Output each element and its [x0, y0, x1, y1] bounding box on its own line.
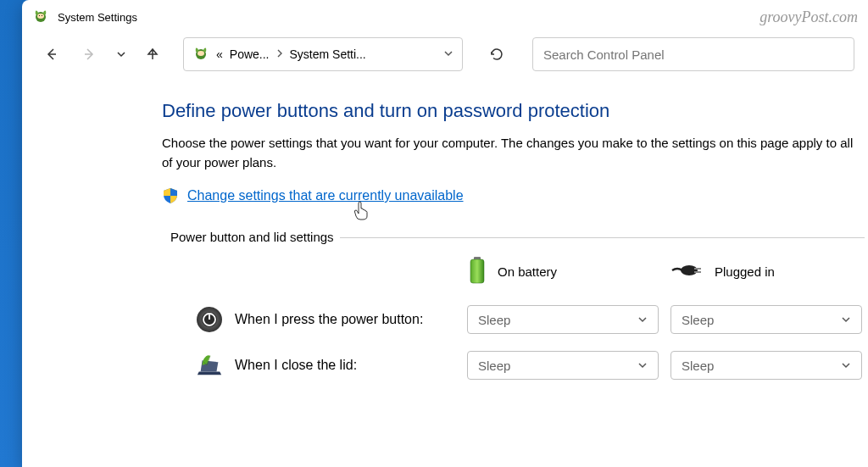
svg-rect-9 [470, 259, 484, 283]
chevron-down-icon [841, 360, 851, 370]
plugged-label: Plugged in [715, 264, 775, 279]
battery-icon [467, 255, 487, 288]
svg-point-7 [198, 51, 204, 56]
section-divider [340, 237, 865, 238]
svg-point-10 [681, 265, 698, 275]
power-button-row-label: When I press the power button: [162, 306, 467, 333]
close-lid-text: When I close the lid: [235, 358, 357, 373]
power-button-icon [196, 306, 223, 333]
svg-point-2 [39, 15, 40, 16]
breadcrumb[interactable]: « Powe... System Setti... [183, 37, 463, 71]
battery-label: On battery [498, 264, 557, 279]
change-settings-row: Change settings that are currently unava… [162, 187, 868, 204]
breadcrumb-item-1[interactable]: Powe... [230, 47, 270, 61]
breadcrumb-icon [192, 44, 209, 64]
dropdown-value: Sleep [478, 359, 510, 373]
close-lid-battery-dropdown[interactable]: Sleep [467, 351, 659, 380]
dropdown-value: Sleep [682, 359, 714, 373]
chevron-down-icon [637, 314, 648, 325]
power-button-battery-dropdown[interactable]: Sleep [467, 305, 659, 334]
history-dropdown[interactable] [114, 39, 129, 69]
plugged-column-header: Plugged in [670, 260, 868, 283]
chevron-down-icon [637, 360, 648, 370]
page-heading: Define power buttons and turn on passwor… [162, 100, 868, 122]
breadcrumb-prefix: « [216, 47, 223, 61]
power-button-text: When I press the power button: [235, 312, 423, 327]
battery-column-header: On battery [467, 255, 670, 288]
nav-row: « Powe... System Setti... [22, 34, 868, 83]
watermark: groovyPost.com [760, 8, 858, 26]
svg-rect-11 [694, 268, 701, 270]
window: groovyPost.com System Settings [22, 0, 868, 467]
close-lid-row-label: When I close the lid: [162, 352, 467, 379]
settings-grid: On battery Plugged in [162, 255, 868, 380]
change-settings-link[interactable]: Change settings that are currently unava… [187, 188, 464, 203]
laptop-lid-icon [196, 352, 223, 379]
shield-icon [162, 187, 179, 204]
svg-point-1 [37, 14, 44, 19]
app-icon [32, 7, 49, 27]
hand-cursor-icon [353, 201, 370, 221]
power-button-plugged-dropdown[interactable]: Sleep [670, 305, 862, 334]
chevron-down-icon [841, 314, 851, 325]
close-lid-plugged-dropdown[interactable]: Sleep [670, 351, 862, 380]
breadcrumb-separator-icon [276, 48, 283, 60]
back-button[interactable] [36, 39, 66, 69]
svg-point-3 [42, 15, 42, 16]
content-area: Define power buttons and turn on passwor… [22, 83, 868, 380]
refresh-button[interactable] [480, 37, 514, 71]
breadcrumb-dropdown-icon[interactable] [443, 47, 453, 62]
forward-button[interactable] [75, 39, 105, 69]
page-description: Choose the power settings that you want … [162, 134, 857, 172]
plug-icon [670, 260, 704, 283]
up-button[interactable] [137, 39, 168, 69]
dropdown-value: Sleep [682, 313, 714, 327]
search-input[interactable] [543, 38, 843, 70]
breadcrumb-item-2[interactable]: System Setti... [290, 47, 366, 61]
search-box[interactable] [532, 37, 854, 71]
window-title: System Settings [58, 11, 137, 24]
dropdown-value: Sleep [478, 313, 510, 327]
titlebar: System Settings [22, 0, 868, 34]
svg-rect-12 [694, 271, 701, 273]
